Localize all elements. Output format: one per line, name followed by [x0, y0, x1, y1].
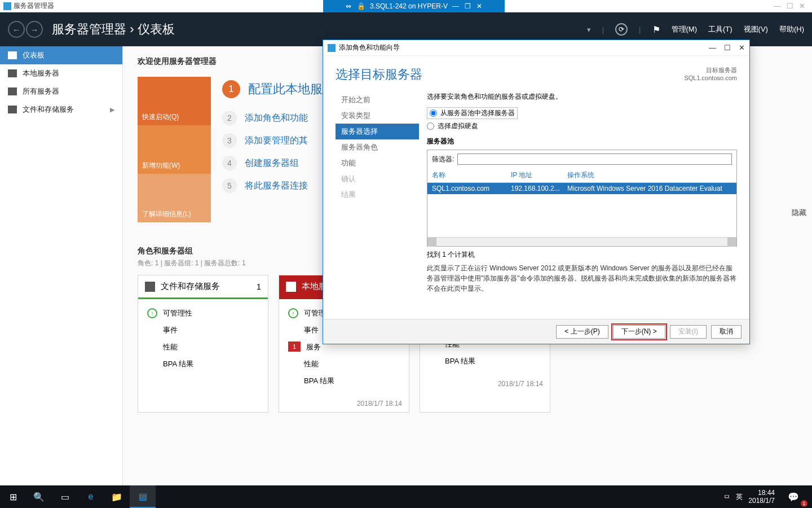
local-perf-label: 性能	[304, 359, 319, 369]
card-file-storage[interactable]: 文件和存储服务 1 ↑可管理性 事件 性能 BPA 结果	[138, 275, 268, 413]
refresh-icon[interactable]: ⟳	[615, 23, 628, 36]
file-card-count: 1	[257, 282, 261, 291]
ime-indicator-1[interactable]: ㅁ	[723, 492, 730, 502]
dashboard-icon	[8, 51, 17, 59]
breadcrumb-sep: ›	[130, 22, 134, 36]
step-configure-local[interactable]: 配置此本地服	[248, 81, 323, 98]
file-card-icon	[145, 282, 155, 292]
start-button[interactable]: ⊞	[0, 485, 26, 508]
sidebar-item-file[interactable]: 文件和存储服务 ▶	[0, 100, 122, 119]
step-add-roles[interactable]: 添加角色和功能	[245, 112, 308, 124]
nav-select[interactable]: 服务器选择	[336, 124, 419, 139]
notif-badge: 1	[801, 500, 807, 507]
wizard-nav: 开始之前 安装类型 服务器选择 服务器角色 功能 确认 结果	[323, 89, 419, 313]
menu-view[interactable]: 视图(V)	[744, 24, 768, 34]
chevron-right-icon: ▶	[110, 106, 114, 113]
nav-confirm: 确认	[336, 171, 419, 187]
step-create-group[interactable]: 创建服务器组	[245, 157, 299, 169]
install-button: 安装(I)	[670, 325, 707, 339]
nav-forward-button[interactable]: →	[26, 21, 43, 38]
clock-time: 18:44	[748, 489, 775, 497]
menu-tools[interactable]: 工具(T)	[708, 24, 732, 34]
breadcrumb-current: 仪表板	[138, 22, 175, 36]
sidebar-item-dashboard[interactable]: 仪表板	[0, 46, 122, 64]
taskbar-explorer-icon[interactable]: 📁	[104, 485, 130, 508]
local-events-label: 事件	[304, 325, 319, 335]
col-ip[interactable]: IP 地址	[511, 170, 567, 180]
add-roles-wizard: 添加角色和功能向导 — ☐ ✕ 选择目标服务器 目标服务器 SQL1.conto…	[323, 40, 750, 344]
sidebar-item-local[interactable]: 本地服务器	[0, 64, 122, 82]
nav-result: 结果	[336, 187, 419, 203]
step-connect-cloud[interactable]: 将此服务器连接	[245, 180, 308, 192]
pool-table-header: 名称 IP 地址 操作系统	[427, 168, 736, 183]
nav-type[interactable]: 安装类型	[336, 108, 419, 124]
search-icon[interactable]: 🔍	[26, 485, 52, 508]
hide-link[interactable]: 隐藏	[792, 208, 806, 218]
vm-lock-icon[interactable]: 🔒	[357, 2, 365, 10]
tile-learnmore[interactable]: 了解详细信息(L)	[138, 174, 211, 222]
taskbar-server-manager-icon[interactable]: ▤	[130, 485, 156, 508]
breadcrumb-root[interactable]: 服务器管理器	[52, 22, 126, 36]
tile-quickstart[interactable]: 快速启动(Q)	[138, 77, 211, 125]
horizontal-scrollbar[interactable]	[427, 237, 736, 246]
tile-whatsnew[interactable]: 新增功能(W)	[138, 125, 211, 174]
step-add-servers[interactable]: 添加要管理的其	[245, 135, 308, 147]
col-os[interactable]: 操作系统	[567, 170, 732, 180]
row-os: Microsoft Windows Server 2016 Datacenter…	[567, 185, 732, 192]
wizard-button-row: < 上一步(P) 下一步(N) > 安装(I) 取消	[323, 319, 749, 344]
radio-from-pool[interactable]	[430, 110, 437, 117]
wizard-minimize-icon[interactable]: —	[709, 43, 716, 52]
menu-manage[interactable]: 管理(M)	[672, 24, 698, 34]
taskbar-clock[interactable]: 18:44 2018/1/7	[748, 489, 775, 505]
notifications-icon[interactable]: 💬1	[780, 485, 806, 508]
flag-icon[interactable]: ⚑	[652, 24, 660, 35]
pool-table-row[interactable]: SQL1.contoso.com 192.168.100.2... Micros…	[427, 183, 736, 194]
ime-indicator-2[interactable]: 英	[736, 492, 743, 502]
all-servers-icon	[8, 87, 17, 95]
vm-minimize-icon[interactable]: —	[452, 2, 459, 10]
nav-back-button[interactable]: ←	[8, 21, 25, 38]
local-server-icon	[8, 69, 17, 77]
found-count: 找到 1 个计算机	[427, 250, 737, 260]
taskbar-ie-icon[interactable]: e	[78, 485, 104, 508]
sidebar: 仪表板 本地服务器 所有服务器 文件和存储服务 ▶	[0, 46, 123, 485]
vm-session-bar: ⇔ 🔒 3.SQL1-242 on HYPER-V — ❐ ✕	[323, 0, 505, 12]
local-timestamp: 2018/1/7 18:14	[279, 395, 409, 412]
next-button[interactable]: 下一步(N) >	[613, 325, 665, 339]
cancel-button[interactable]: 取消	[711, 325, 742, 339]
sidebar-item-all[interactable]: 所有服务器	[0, 82, 122, 100]
taskview-icon[interactable]: ▭	[52, 485, 78, 508]
scroll-right-icon[interactable]	[727, 238, 736, 247]
server-manager-icon	[3, 2, 11, 10]
wizard-close-icon[interactable]: ✕	[739, 43, 745, 52]
outer-close-icon[interactable]: ✕	[799, 2, 805, 10]
scroll-left-icon[interactable]	[427, 238, 436, 247]
pool-label: 服务器池	[427, 137, 737, 146]
vm-maximize-icon[interactable]: ❐	[465, 2, 471, 10]
radio-vhd[interactable]	[427, 122, 434, 130]
menu-help[interactable]: 帮助(H)	[779, 24, 804, 34]
sidebar-label-file: 文件和存储服务	[23, 104, 74, 115]
col-name[interactable]: 名称	[432, 170, 511, 180]
server-pool-box: 筛选器: 名称 IP 地址 操作系统 SQL1.contoso.com 192.…	[427, 150, 737, 247]
taskbar: ⊞ 🔍 ▭ e 📁 ▤ ㅁ 英 18:44 2018/1/7 💬1	[0, 485, 812, 508]
vm-close-icon[interactable]: ✕	[476, 2, 482, 10]
nav-before[interactable]: 开始之前	[336, 92, 419, 108]
step-number-2: 2	[222, 111, 237, 125]
prev-button[interactable]: < 上一步(P)	[556, 325, 608, 339]
filter-input[interactable]	[457, 154, 732, 165]
nav-features[interactable]: 功能	[336, 155, 419, 171]
outer-minimize-icon[interactable]: —	[774, 2, 781, 10]
nav-roles[interactable]: 服务器角色	[336, 139, 419, 155]
sidebar-label-local: 本地服务器	[23, 68, 59, 78]
outer-maximize-icon[interactable]: ☐	[787, 2, 793, 10]
wizard-title-text: 添加角色和功能向导	[339, 43, 400, 52]
up-arrow-icon: ↑	[288, 308, 298, 318]
radio-from-pool-label: 从服务器池中选择服务器	[440, 108, 515, 118]
file-storage-icon	[8, 106, 17, 113]
vm-pin-icon[interactable]: ⇔	[346, 2, 351, 10]
radio-vhd-label: 选择虚拟硬盘	[438, 121, 478, 131]
row-ip: 192.168.100.2...	[511, 185, 567, 192]
wizard-maximize-icon[interactable]: ☐	[724, 43, 731, 52]
step-number-4: 4	[222, 156, 237, 170]
